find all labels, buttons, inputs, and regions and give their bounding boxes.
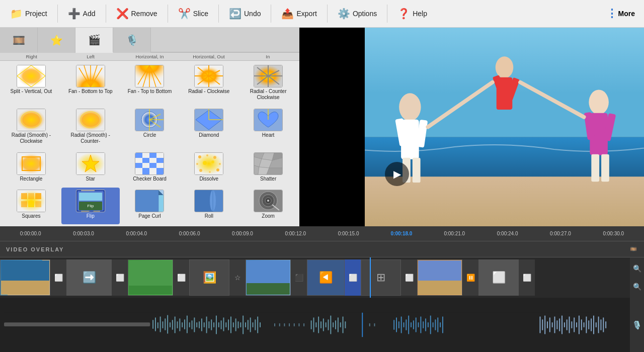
col-header-right: Right — [2, 53, 61, 60]
clip-thumb-1 — [1, 260, 50, 295]
transition-squares[interactable]: Squares — [2, 188, 60, 224]
svg-rect-208 — [257, 317, 258, 333]
tab-favorites[interactable]: ⭐ — [38, 28, 75, 53]
video-track[interactable]: ⬜ ➡️ ⬜ ⬜ 🖼️ ☆ ⬛ ◀️ ⬜ ⊞ ⬜ — [0, 257, 644, 298]
track-clip-6[interactable]: ◀️ — [307, 259, 345, 296]
transition-label-flip: Flip — [87, 213, 95, 219]
undo-button[interactable]: ↩️ Undo — [223, 5, 267, 23]
transition-checker[interactable]: Checker Board — [121, 150, 179, 187]
mic-icon: 🎙️ — [632, 320, 642, 330]
clip-trans-1[interactable]: ⬜ — [50, 259, 66, 296]
svg-rect-199 — [235, 318, 236, 331]
transition-circle[interactable]: Circle — [121, 107, 179, 149]
time-mark-2: 0:00:04.0 — [110, 231, 163, 236]
toolbar-sep — [57, 5, 58, 23]
svg-rect-165 — [152, 320, 153, 328]
track-clip-2[interactable]: ➡️ — [66, 259, 112, 296]
svg-rect-246 — [423, 321, 424, 328]
track-clip-4[interactable]: 🖼️ — [189, 259, 229, 296]
track-clip-7[interactable]: ⊞ — [361, 259, 401, 296]
clip-trans-9[interactable]: ⬜ — [519, 259, 535, 296]
svg-rect-75 — [135, 163, 142, 168]
transition-radial-ccw[interactable]: Radial - Counter Clockwise — [239, 63, 297, 106]
svg-rect-265 — [561, 316, 562, 334]
svg-rect-234 — [393, 320, 394, 329]
svg-rect-82 — [156, 168, 164, 174]
svg-rect-266 — [564, 322, 565, 327]
clip-trans-8[interactable]: ⏸️ — [462, 259, 478, 296]
transition-rectangle[interactable]: Rectangle — [2, 150, 60, 187]
zoom-out-icon[interactable]: 🔍 — [633, 283, 641, 291]
svg-rect-272 — [579, 316, 580, 334]
track-clip-3[interactable] — [128, 259, 173, 296]
transition-fan-t2b[interactable]: Fan - Top to Bottom — [121, 63, 179, 106]
svg-rect-218 — [313, 317, 314, 332]
svg-rect-242 — [413, 320, 414, 329]
svg-rect-244 — [418, 322, 419, 327]
svg-marker-104 — [267, 168, 282, 174]
tab-audio[interactable]: 🎙️ — [113, 28, 151, 53]
help-icon: ❓ — [397, 8, 410, 20]
svg-rect-167 — [157, 322, 158, 328]
svg-rect-229 — [340, 322, 341, 327]
transition-radial-cw[interactable]: Radial - Clockwise — [180, 63, 238, 106]
svg-rect-151 — [591, 154, 599, 182]
track-clip-1[interactable] — [0, 259, 50, 296]
transition-fan-b2t[interactable]: Fan - Bottom to Top — [61, 63, 120, 106]
transition-thumb-star — [76, 152, 105, 175]
track-clip-8[interactable] — [417, 259, 462, 296]
clip-trans-5[interactable]: ⬛ — [291, 259, 307, 296]
toolbar-sep-4 — [218, 5, 219, 23]
clip-trans-2[interactable]: ⬜ — [112, 259, 128, 296]
col-header-left: Left — [61, 53, 120, 60]
project-button[interactable]: 📁 Project — [4, 5, 53, 23]
svg-rect-261 — [552, 322, 553, 327]
track-clip-9[interactable]: ⬜ — [478, 259, 519, 296]
play-button[interactable]: ▶ — [385, 162, 409, 186]
tab-filmstrip[interactable]: 🎞️ — [0, 28, 38, 53]
transition-heart[interactable]: Heart — [239, 107, 297, 149]
svg-rect-210 — [274, 323, 275, 326]
clip-trans-6-active[interactable]: ⬜ — [345, 259, 361, 296]
transition-roll[interactable]: Roll — [180, 188, 238, 224]
clip-trans-7[interactable]: ⬜ — [401, 259, 417, 296]
transition-star[interactable]: Star — [61, 150, 120, 187]
add-button[interactable]: ➕ Add — [62, 5, 102, 23]
clip-trans-4[interactable]: ☆ — [229, 259, 246, 296]
transition-flip[interactable]: Flip Flip — [61, 188, 120, 224]
transition-dissolve[interactable]: Dissolve — [180, 150, 238, 187]
tab-transitions[interactable]: 🎬 — [75, 28, 113, 53]
toolbar: 📁 Project ➕ Add ❌ Remove ✂️ Slice ↩️ Und… — [0, 0, 644, 28]
help-button[interactable]: ❓ Help — [391, 5, 433, 23]
svg-rect-230 — [343, 317, 344, 333]
transition-zoom[interactable]: Zoom — [239, 188, 297, 224]
svg-rect-276 — [588, 320, 589, 329]
svg-rect-120 — [135, 190, 158, 212]
clip-trans-3[interactable]: ⬜ — [173, 259, 189, 296]
transition-split-vertical-out[interactable]: Split - Vertical, Out — [2, 63, 60, 106]
svg-point-132 — [267, 200, 269, 202]
transition-label-shatter: Shatter — [260, 176, 276, 182]
remove-button[interactable]: ❌ Remove — [110, 5, 164, 23]
transition-radial-s-ccw[interactable]: Radial (Smooth) - Counter- — [61, 107, 120, 149]
right-tools-panel: 🔍 🔍 — [630, 257, 644, 298]
transition-diamond[interactable]: Diamond — [180, 107, 238, 149]
transition-thumb-diamond — [194, 109, 223, 131]
transition-shatter[interactable]: Shatter — [239, 150, 297, 187]
more-button[interactable]: ⋮ More — [601, 4, 640, 23]
zoom-in-icon[interactable]: 🔍 — [633, 265, 641, 273]
svg-rect-187 — [206, 317, 207, 333]
track-clip-5[interactable] — [246, 259, 291, 296]
transition-radial-s-cw[interactable]: Radial (Smooth) - Clockwise — [2, 107, 60, 149]
export-button[interactable]: 📤 Export — [275, 5, 323, 23]
svg-rect-235 — [396, 317, 397, 332]
audio-waveform: // Generated waveform bars — [4, 315, 608, 335]
transition-page-curl[interactable]: Page Curl — [121, 188, 179, 224]
options-button[interactable]: ⚙️ Options — [332, 5, 383, 23]
svg-rect-236 — [398, 321, 399, 328]
toolbar-sep-5 — [271, 5, 271, 23]
slice-button[interactable]: ✂️ Slice — [172, 5, 214, 23]
svg-rect-190 — [213, 322, 214, 327]
svg-rect-189 — [211, 319, 212, 330]
svg-rect-186 — [204, 322, 205, 327]
